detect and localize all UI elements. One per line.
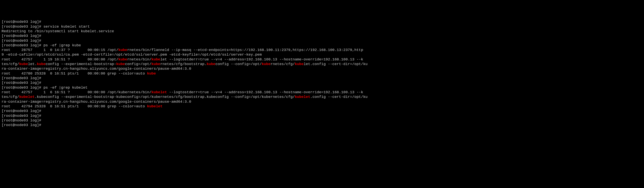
- match-highlight: kube: [37, 62, 46, 66]
- prompt: [root@node03 log]#: [2, 24, 41, 29]
- command-ps: ps -ef |grep kube: [44, 43, 81, 47]
- match-highlight: kubelet: [147, 104, 163, 108]
- ps-row: tes/cfg/kubelet.kubeconfig --experimenta…: [2, 95, 368, 99]
- ps-row: 9 -etcd-cafile=/opt/etcd/ssl/ca.pem -etc…: [2, 52, 262, 57]
- output-line: Redirecting to /bin/systemctl start kube…: [2, 29, 114, 33]
- match-highlight: kube: [118, 48, 127, 52]
- prompt: [root@node03 log]#: [2, 34, 41, 38]
- match-highlight: kube: [152, 62, 160, 66]
- match-highlight: kube: [19, 62, 28, 66]
- match-highlight: kube: [262, 62, 270, 66]
- prompt: [root@node03 log]#: [2, 123, 41, 127]
- match-highlight: kube: [147, 71, 156, 76]
- match-highlight: kube: [118, 57, 127, 62]
- prompt: [root@node03 log]#: [2, 39, 41, 43]
- ps-row: root 28757 1 0 14:37 ? 00:00:15 /opt/kub…: [2, 48, 363, 52]
- match-highlight: kube: [152, 57, 160, 62]
- ps-row: root 42757 1 6 16:51 ? 00:00:00 /opt/kub…: [2, 90, 363, 94]
- ps-row: ra-container-image=registry.cn-hangzhou.…: [2, 100, 191, 104]
- prompt: [root@node03 log]#: [2, 81, 41, 85]
- ps-row: tes/cfg/kubelet.kubeconfig --experimenta…: [2, 62, 368, 66]
- prompt: [root@node03 log]#: [2, 118, 41, 123]
- prompt: [root@node03 log]#: [2, 20, 41, 24]
- ps-row: root 42780 25328 0 16:51 pts/1 00:00:00 …: [2, 71, 156, 76]
- prompt: [root@node03 log]#: [2, 85, 41, 90]
- terminal-output[interactable]: [root@node03 log]# [root@node03 log]# se…: [2, 19, 642, 127]
- match-highlight: kube: [295, 62, 304, 66]
- ps-row: root 42794 25328 0 16:51 pts/1 00:00:00 …: [2, 104, 162, 108]
- prompt: [root@node03 log]#: [2, 114, 41, 118]
- match-highlight: kubelet: [19, 95, 34, 99]
- match-highlight: kube: [206, 62, 216, 66]
- ps-row: root 42757 1 19 16:51 ? 00:00:00 /opt/ku…: [2, 57, 363, 62]
- prompt: [root@node03 log]#: [2, 109, 41, 113]
- prompt: [root@node03 log]#: [2, 76, 41, 80]
- command-service: service kubelet start: [44, 24, 90, 29]
- match-highlight: kubelet: [295, 95, 310, 99]
- match-highlight: kubelet: [152, 90, 167, 94]
- match-highlight: kube: [116, 62, 125, 66]
- command-ps: ps -ef |grep kubelet: [44, 85, 88, 90]
- prompt: [root@node03 log]#: [2, 43, 41, 47]
- ps-row: ra-container-image=registry.cn-hangzhou.…: [2, 67, 191, 71]
